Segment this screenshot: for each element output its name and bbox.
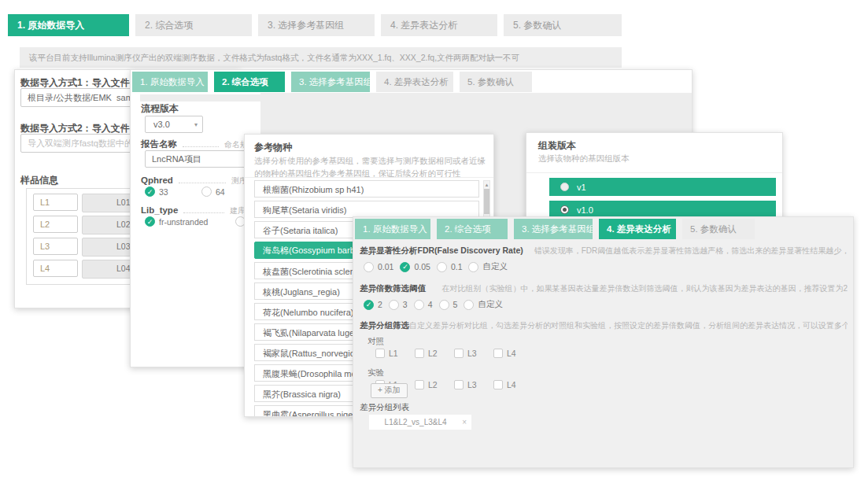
checkbox-control-l2[interactable]: L2 xyxy=(415,349,449,358)
pipeline-version-value: v3.0 xyxy=(153,120,170,129)
tab-step2-general-options[interactable]: 2. 综合选项 xyxy=(437,219,508,239)
radio-label: 自定义 xyxy=(482,261,508,272)
species-panel-title: 参考物种 xyxy=(254,141,292,154)
radio-qphred-33[interactable]: ✓ 33 xyxy=(145,186,168,197)
checkbox-control-l4[interactable]: L4 xyxy=(493,349,528,358)
radio-unchecked-icon xyxy=(364,262,374,272)
radio-fc-2[interactable]: ✓2 xyxy=(364,300,382,310)
dotted-leader xyxy=(183,139,219,147)
radio-fdr-0-01[interactable]: 0.01 xyxy=(364,262,393,272)
tab-step2-general-options[interactable]: 2. 综合选项 xyxy=(135,14,252,36)
radio-fc-5[interactable]: 5 xyxy=(439,300,458,310)
checkbox-icon xyxy=(493,349,503,358)
radio-label: 5 xyxy=(453,300,458,309)
tab-step5-confirm[interactable]: 5. 参数确认 xyxy=(460,72,532,92)
pipeline-version-label: 流程版本 xyxy=(141,102,179,116)
checkbox-icon xyxy=(375,349,385,358)
tab-step5-confirm[interactable]: 5. 参数确认 xyxy=(682,219,755,239)
qphred-label: Qphred xyxy=(141,175,173,185)
tab-step3-reference-genome[interactable]: 3. 选择参考基因组 xyxy=(291,72,370,92)
radio-label: 33 xyxy=(159,187,168,197)
group-tag-label: L1&L2_vs_L3&L4 xyxy=(369,418,462,426)
radio-fdr-0-05[interactable]: ✓0.05 xyxy=(400,262,430,272)
radio-fdr-0-1[interactable]: 0.1 xyxy=(437,262,463,272)
tab-step4-dea[interactable]: 4. 差异表达分析 xyxy=(376,72,453,92)
tab-step1-raw-data-import[interactable]: 1. 原始数据导入 xyxy=(355,219,430,239)
group-list-label: 差异分组列表 xyxy=(360,402,409,413)
tab-step3-reference-genome[interactable]: 3. 选择参考基因组 xyxy=(258,14,375,36)
tab-step4-dea[interactable]: 4. 差异表达分析 xyxy=(381,14,497,36)
checkbox-label: L2 xyxy=(428,380,438,389)
lib-type-label: Lib_type xyxy=(141,205,178,215)
wizard-tabs-back: 1. 原始数据导入 2. 综合选项 3. 选择参考基因组 4. 差异表达分析 5… xyxy=(8,14,622,36)
species-item[interactable]: 根瘤菌(Rhizobium sp h41) xyxy=(254,180,479,198)
species-item[interactable]: 狗尾草(Setaria viridis) xyxy=(254,201,479,218)
sample-name-input[interactable] xyxy=(33,194,78,211)
tab-step1-raw-data-import[interactable]: 1. 原始数据导入 xyxy=(132,72,208,92)
sample-name-input[interactable] xyxy=(33,260,78,277)
divider xyxy=(245,177,494,178)
radio-unchecked-icon xyxy=(560,183,569,191)
radio-checked-icon: ✓ xyxy=(145,186,155,197)
checkbox-treatment-l4[interactable]: L4 xyxy=(493,380,528,389)
radio-fc-custom[interactable]: 自定义 xyxy=(464,299,503,310)
close-icon[interactable]: × xyxy=(462,418,471,426)
checkbox-treatment-l2[interactable]: L2 xyxy=(415,380,449,389)
radio-unchecked-icon xyxy=(437,262,447,272)
sample-name-input[interactable] xyxy=(33,216,78,233)
checkbox-label: L2 xyxy=(428,349,438,358)
control-group-label: 对照 xyxy=(368,336,384,347)
scroll-up-icon: ▴ xyxy=(484,181,489,188)
radio-fdr-custom[interactable]: 自定义 xyxy=(468,261,508,272)
radio-label: 0.05 xyxy=(414,262,430,271)
dotted-leader xyxy=(183,205,224,213)
radio-fc-3[interactable]: 3 xyxy=(389,300,408,310)
fdr-row: 差异显著性分析FDR(False Discovery Rate) 错误发现率，F… xyxy=(360,246,848,257)
tab-step2-general-options[interactable]: 2. 综合选项 xyxy=(214,72,285,92)
chevron-down-icon: ▾ xyxy=(194,121,198,128)
treatment-group-label: 实验 xyxy=(368,367,384,378)
report-name-label: 报告名称 xyxy=(141,139,177,149)
version-option-v1[interactable]: v1 xyxy=(549,178,776,196)
group-filter-hint: 自定义差异分析对比组，勾选差异分析的对照组和实验组，按照设定的差异倍数阈值，分析… xyxy=(409,320,848,331)
radio-lib-type-fr-unstranded[interactable]: ✓ fr-unstranded xyxy=(145,216,208,227)
radio-checked-icon xyxy=(560,205,569,214)
checkbox-control-l3[interactable]: L3 xyxy=(454,349,489,358)
tab-step5-confirm[interactable]: 5. 参数确认 xyxy=(504,14,622,36)
notice-bar: 该平台目前支持Illumina测序仪产出的双端测序数据，文件格式为fastq格式… xyxy=(20,47,622,68)
radio-label: 64 xyxy=(216,187,225,197)
radio-label: 0.01 xyxy=(378,262,393,271)
checkbox-icon xyxy=(454,380,464,389)
radio-unchecked-icon xyxy=(439,300,449,310)
fold-change-hint: 在对比组别（实验组）中，如果某基因表达量差异倍数达到筛选阈值，则认为该基因为差异… xyxy=(441,283,848,294)
radio-unchecked-icon xyxy=(464,300,474,310)
radio-checked-icon: ✓ xyxy=(145,216,155,227)
tab-step3-reference-genome[interactable]: 3. 选择参考基因组 xyxy=(514,219,593,239)
checkbox-label: L3 xyxy=(467,380,477,389)
checkbox-control-l1[interactable]: L1 xyxy=(375,349,410,358)
group-filter-row: 差异分组筛选 自定义差异分析对比组，勾选差异分析的对照组和实验组，按照设定的差异… xyxy=(360,320,848,331)
radio-label: 自定义 xyxy=(478,299,503,310)
pipeline-version-select[interactable]: v3.0 ▾ xyxy=(145,116,203,133)
scrollbar-thumb[interactable] xyxy=(484,189,489,214)
wizard-tabs-options: 1. 原始数据导入 2. 综合选项 3. 选择参考基因组 4. 差异表达分析 5… xyxy=(132,72,532,92)
checkbox-icon xyxy=(415,349,424,358)
radio-label: 2 xyxy=(378,300,382,309)
radio-checked-icon: ✓ xyxy=(364,300,374,310)
radio-qphred-64[interactable]: 64 xyxy=(201,186,225,197)
checkbox-label: L1 xyxy=(389,349,398,358)
assembly-panel-title: 组装版本 xyxy=(538,139,576,153)
sample-name-input[interactable] xyxy=(33,238,78,255)
radio-label: 4 xyxy=(428,300,433,309)
add-group-button[interactable]: + 添加 xyxy=(371,383,408,398)
checkbox-icon xyxy=(454,349,464,358)
tab-step4-dea[interactable]: 4. 差异表达分析 xyxy=(599,219,676,239)
species-panel-description: 选择分析使用的参考基因组，需要选择与测序数据相同或者近缘的物种的基因组作为参考基… xyxy=(254,154,486,180)
checkbox-label: L3 xyxy=(467,349,477,358)
tab-step1-raw-data-import[interactable]: 1. 原始数据导入 xyxy=(8,14,129,36)
divider xyxy=(526,172,783,173)
checkbox-treatment-l3[interactable]: L3 xyxy=(454,380,489,389)
fdr-label: 差异显著性分析FDR(False Discovery Rate) xyxy=(360,246,523,257)
fold-change-radio-group: ✓2 3 4 5 自定义 xyxy=(364,299,503,310)
radio-fc-4[interactable]: 4 xyxy=(414,300,433,310)
